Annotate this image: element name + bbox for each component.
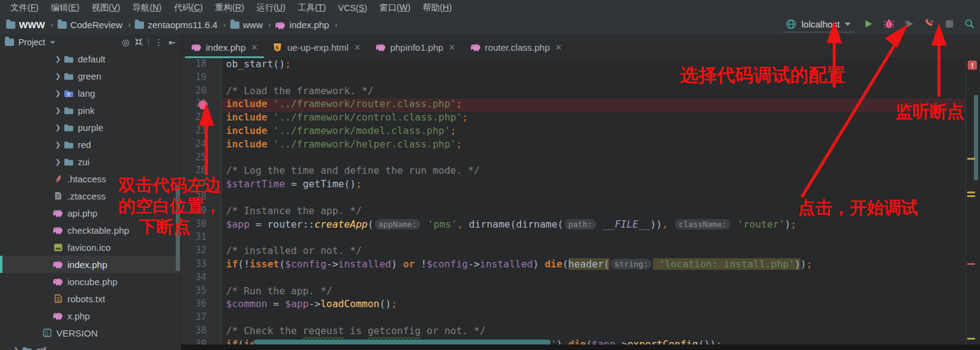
line-number[interactable]: 26: [181, 165, 221, 178]
menu-item-c[interactable]: 代码(C): [168, 1, 208, 15]
line-number[interactable]: 30: [181, 218, 221, 232]
menu-item-e[interactable]: 编辑(E): [45, 1, 85, 15]
project-scrollbar[interactable]: [176, 185, 180, 271]
run-with-coverage-button[interactable]: [903, 20, 914, 31]
editor-tab-index-php[interactable]: index.php✕: [184, 36, 265, 58]
line-number[interactable]: 24: [181, 138, 221, 152]
chevron-right-icon[interactable]: ❯: [53, 141, 63, 149]
breadcrumb: WWW›CodeReview›zentaopms11.6.4›www›index…: [6, 20, 342, 30]
tree-item-x-php[interactable]: x.php: [0, 307, 181, 324]
run-configuration-combo[interactable]: lolcalhost: [783, 18, 854, 32]
editor-vertical-scrollbar[interactable]: [974, 95, 978, 181]
error-stripe-mark[interactable]: [967, 195, 975, 197]
tree-item-checktable-php[interactable]: checktable.php: [0, 222, 181, 239]
line-number[interactable]: 19: [181, 72, 221, 85]
tree-item-ctf[interactable]: ❯ctf: [0, 341, 181, 350]
menu-item-t[interactable]: 工具(T): [292, 1, 331, 15]
line-number[interactable]: 32: [181, 245, 221, 258]
line-number[interactable]: 23: [181, 125, 221, 138]
line-number[interactable]: 18: [181, 58, 221, 72]
locate-file-icon[interactable]: ◎: [122, 38, 129, 47]
breadcrumb-item[interactable]: zentaopms11.6.4: [135, 20, 217, 30]
close-icon[interactable]: ✕: [354, 43, 361, 52]
globe-icon: [785, 19, 796, 30]
close-icon[interactable]: ✕: [251, 43, 258, 52]
tree-item-lang[interactable]: ❯文lang: [0, 84, 181, 102]
breadcrumb-item[interactable]: www: [230, 20, 263, 30]
tree-item-default[interactable]: ❯default: [0, 50, 181, 67]
chevron-right-icon[interactable]: ❯: [53, 158, 63, 166]
line-number[interactable]: 27: [181, 178, 221, 192]
breadcrumb-item[interactable]: WWW: [6, 20, 45, 30]
chevron-right-icon[interactable]: ❯: [53, 89, 63, 97]
tree-item-purple[interactable]: ❯purple: [0, 119, 181, 136]
menu-item-s[interactable]: VCS(S): [333, 2, 372, 14]
close-icon[interactable]: ✕: [556, 43, 562, 52]
tree-item-label: checktable.php: [67, 225, 129, 236]
line-number[interactable]: 31: [181, 231, 221, 245]
line-number[interactable]: 22: [181, 111, 221, 125]
chevron-right-icon[interactable]: ❯: [53, 124, 63, 132]
menu-item-h[interactable]: 帮助(H): [417, 1, 457, 15]
tree-item-label: robots.txt: [67, 294, 105, 304]
line-number[interactable]: 36: [181, 298, 221, 311]
tree-item-htaccess[interactable]: .htaccess: [0, 170, 181, 187]
menu-item-u[interactable]: 运行(U): [251, 1, 291, 15]
error-stripe-mark[interactable]: [967, 192, 975, 193]
options-menu-icon[interactable]: ⋮: [154, 38, 163, 47]
tree-item-index-php[interactable]: index.php: [0, 256, 181, 273]
tree-item-pink[interactable]: ❯pink: [0, 102, 181, 119]
line-number[interactable]: 29: [181, 205, 221, 218]
close-icon[interactable]: ✕: [449, 43, 456, 52]
line-number[interactable]: 33: [181, 258, 221, 272]
collapse-all-icon[interactable]: [135, 38, 143, 47]
chevron-right-icon[interactable]: ❯: [53, 55, 63, 63]
line-number[interactable]: 20: [181, 85, 221, 99]
tree-item-favicon-ico[interactable]: favicon.ico: [0, 239, 181, 256]
tree-item-ztaccess[interactable]: .ztaccess: [0, 187, 181, 204]
menu-item-f[interactable]: 文件(F): [5, 1, 44, 15]
chevron-down-icon[interactable]: [50, 41, 55, 43]
line-number[interactable]: 35: [181, 285, 221, 299]
menu-item-w[interactable]: 窗口(W): [374, 1, 417, 15]
run-button[interactable]: [863, 20, 874, 31]
tree-item-red[interactable]: ❯red: [0, 136, 181, 153]
error-stripe-mark[interactable]: [967, 338, 975, 340]
line-number[interactable]: 25: [181, 152, 221, 165]
tree-item-zui[interactable]: ❯zui: [0, 153, 181, 170]
error-stripe-mark[interactable]: [967, 263, 975, 265]
debug-button[interactable]: [883, 20, 894, 31]
line-number[interactable]: 37: [181, 311, 221, 325]
menu-item-r[interactable]: 重构(R): [209, 1, 249, 15]
error-stripe-mark[interactable]: [967, 158, 975, 160]
breadcrumb-item[interactable]: CodeReview: [58, 20, 123, 30]
line-number[interactable]: 28: [181, 192, 221, 205]
editor-horizontal-scrollbar[interactable]: [254, 340, 551, 344]
line-number[interactable]: 38: [181, 325, 221, 338]
chevron-right-icon[interactable]: ❯: [53, 72, 63, 80]
breadcrumb-item[interactable]: index.php: [275, 20, 329, 30]
tree-item-label: lang: [78, 88, 95, 99]
tree-item-VERSION[interactable]: 0110VERSION: [0, 324, 181, 341]
listen-debug-connections-button[interactable]: [924, 20, 935, 31]
chevron-right-icon[interactable]: ❯: [11, 346, 21, 350]
editor-tab-phpinfo1-php[interactable]: phpinfo1.php✕: [368, 36, 463, 58]
hide-panel-icon[interactable]: ⇤: [168, 38, 176, 47]
code-line-27: $startTime = getTime();: [222, 178, 965, 192]
menu-item-v[interactable]: 视图(V): [86, 1, 126, 15]
editor-tab-router-class-php[interactable]: router.class.php✕: [463, 36, 570, 58]
error-stripe: !: [965, 58, 980, 350]
search-everywhere-button[interactable]: [964, 20, 975, 31]
code-editor[interactable]: 1819202122232425262728293031323334353637…: [181, 58, 980, 350]
svg-text:5: 5: [276, 44, 279, 50]
stop-button[interactable]: [944, 20, 955, 31]
tree-item-robots-txt[interactable]: robots.txt: [0, 290, 181, 307]
menu-item-n[interactable]: 导航(N): [127, 1, 167, 15]
editor-tab-ue-up-exp-html[interactable]: 5ue-up-exp.html✕: [265, 36, 368, 58]
chevron-right-icon[interactable]: ❯: [53, 106, 63, 114]
tree-item-green[interactable]: ❯green: [0, 67, 181, 84]
line-number[interactable]: 34: [181, 272, 221, 285]
tree-item-api-php[interactable]: api.php: [0, 204, 181, 222]
tree-item-ioncube-php[interactable]: ioncube.php: [0, 273, 181, 290]
inspection-status-badge[interactable]: !: [968, 61, 977, 70]
